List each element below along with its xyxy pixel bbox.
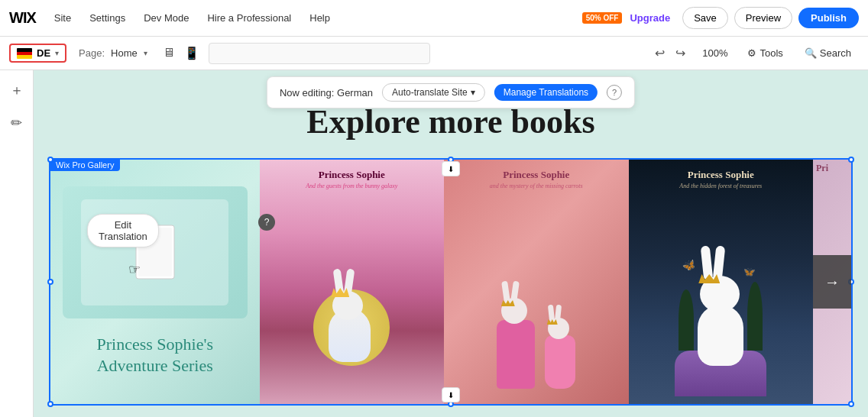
now-editing-label: Now editing: German <box>280 87 373 99</box>
search-icon: 🔍 <box>805 47 817 59</box>
zoom-level: 100% <box>696 44 734 62</box>
chevron-down-icon: ▾ <box>55 49 59 57</box>
download-top-handle[interactable]: ⬇ <box>442 161 460 176</box>
mobile-view-icon[interactable]: 📱 <box>181 43 202 63</box>
nav-devmode[interactable]: Dev Mode <box>138 9 195 27</box>
desktop-view-icon[interactable]: 🖥 <box>160 43 178 63</box>
download-bottom-handle[interactable]: ⬇ <box>442 387 460 402</box>
save-button[interactable]: Save <box>682 7 728 29</box>
nav-hire[interactable]: Hire a Professional <box>201 9 297 27</box>
page-name[interactable]: Home <box>111 47 138 59</box>
upgrade-link[interactable]: Upgrade <box>630 12 670 24</box>
flag-de <box>17 48 32 59</box>
top-bar: WIX Site Settings Dev Mode Hire a Profes… <box>0 0 868 37</box>
book3-title: Princess Sophie <box>635 166 808 181</box>
language-selector[interactable]: DE ▾ <box>9 44 66 63</box>
gallery-container[interactable]: Wix Pro Gallery ⬇ ⬇ <box>49 158 853 406</box>
handle-bl[interactable] <box>47 401 53 407</box>
page-chevron-icon: ▾ <box>144 49 147 57</box>
book3-subtitle: And the hidden forest of treasures <box>635 183 808 189</box>
book4-title: Pri <box>813 160 851 177</box>
nav-help[interactable]: Help <box>303 9 336 27</box>
help-icon[interactable]: ? <box>258 214 275 231</box>
book2-subtitle: and the mystery of the missing carrots <box>450 183 623 189</box>
nav-site[interactable]: Site <box>48 9 77 27</box>
handle-br[interactable] <box>848 401 854 407</box>
upgrade-badge: 50% OFF <box>582 12 623 24</box>
book1-subtitle: And the guests from the bunny galaxy <box>266 183 439 189</box>
canvas: Now editing: German Auto-translate Site … <box>34 70 868 417</box>
undo-button[interactable]: ↩ <box>650 43 669 63</box>
series-title: Princess Sophie's Adventure Series <box>97 334 213 377</box>
gear-icon: ⚙ <box>747 47 756 59</box>
redo-button[interactable]: ↪ <box>671 43 690 63</box>
sidebar-add-icon[interactable]: ＋ <box>5 76 28 104</box>
tools-button[interactable]: ⚙ Tools <box>740 44 790 62</box>
chevron-down-icon: ▾ <box>471 87 475 98</box>
gallery-panel-2: Princess Sophie and the mystery of the m… <box>444 160 629 404</box>
page-label: Page: <box>79 47 105 59</box>
edit-translation-button[interactable]: Edit Translation <box>87 214 159 247</box>
handle-tr[interactable] <box>848 157 854 163</box>
gallery-inner: Princess Sophie's Adventure Series Princ… <box>50 160 851 404</box>
gallery-label: Wix Pro Gallery <box>50 159 120 171</box>
auto-translate-button[interactable]: Auto-translate Site ▾ <box>382 83 485 102</box>
sidebar: ＋ ✏ <box>0 70 34 417</box>
sidebar-edit-icon[interactable]: ✏ <box>6 110 27 136</box>
arrow-right-icon: → <box>824 273 840 291</box>
preview-button[interactable]: Preview <box>734 7 792 29</box>
second-bar: DE ▾ Page: Home ▾ 🖥 📱 ↩ ↪ 100% ⚙ Tools 🔍… <box>0 37 868 70</box>
book2-title: Princess Sophie <box>450 166 623 181</box>
url-bar[interactable] <box>209 43 430 64</box>
manage-translations-button[interactable]: Manage Translations <box>494 84 598 101</box>
gallery-panel-3: Princess Sophie And the hidden forest of… <box>629 160 814 404</box>
handle-tl[interactable] <box>47 157 53 163</box>
gallery-panel-0: Princess Sophie's Adventure Series <box>50 160 260 404</box>
search-button[interactable]: 🔍 Search <box>797 44 859 62</box>
nav-settings[interactable]: Settings <box>83 9 131 27</box>
handle-ml[interactable] <box>47 279 53 285</box>
lang-code: DE <box>37 47 50 59</box>
wix-logo: WIX <box>9 9 36 27</box>
translation-bar: Now editing: German Auto-translate Site … <box>267 76 635 108</box>
book1-title: Princess Sophie <box>266 166 439 181</box>
translation-help-icon[interactable]: ? <box>607 85 622 100</box>
next-arrow-button[interactable]: → <box>813 255 851 309</box>
publish-button[interactable]: Publish <box>798 8 859 28</box>
gallery-panel-1: Princess Sophie And the guests from the … <box>260 160 445 404</box>
